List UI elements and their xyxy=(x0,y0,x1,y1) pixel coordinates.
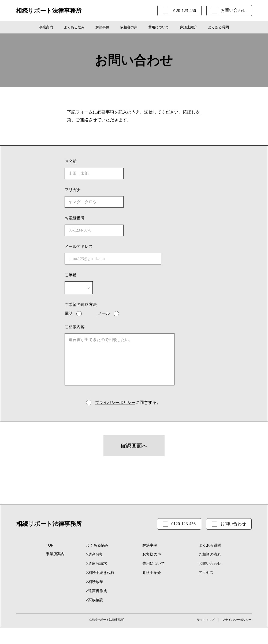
footer-link[interactable]: 費用について xyxy=(142,561,193,566)
textarea-content[interactable] xyxy=(65,333,174,385)
hero: お問い合わせ xyxy=(0,33,268,87)
contact-button[interactable]: お問い合わせ xyxy=(206,5,252,16)
input-tel[interactable] xyxy=(65,225,124,236)
nav-item[interactable]: 解決事例 xyxy=(95,25,109,30)
mail-icon xyxy=(212,8,217,13)
footer-link[interactable]: アクセス xyxy=(199,570,250,575)
page-title: お問い合わせ xyxy=(95,52,173,69)
phone-icon xyxy=(163,521,168,526)
footer-link[interactable]: >相続手続き代行 xyxy=(86,570,137,575)
input-email[interactable] xyxy=(65,253,161,264)
phone-icon xyxy=(163,8,168,13)
footer-link[interactable]: >相続放棄 xyxy=(86,579,137,584)
privacy-suffix: に同意する。 xyxy=(135,400,161,405)
radio-label-tel: 電話 xyxy=(65,311,73,316)
label-contact-method: ご希望の連絡方法 xyxy=(65,302,183,307)
footer-link[interactable]: 事業所案内 xyxy=(46,552,81,556)
header-buttons: 0120-123-456 お問い合わせ xyxy=(157,5,252,16)
mail-icon xyxy=(212,521,217,526)
privacy-text: プライバシーポリシーに同意する。 xyxy=(95,400,161,406)
nav-item[interactable]: 弁護士紹介 xyxy=(180,25,197,30)
field-contact-method: ご希望の連絡方法 電話 メール xyxy=(65,302,183,316)
footer-link[interactable]: >家族信託 xyxy=(86,598,137,603)
privacy-checkbox[interactable] xyxy=(86,400,91,405)
footer: 相続サポート法律事務所 0120-123-456 お問い合わせ TOP 事業所案… xyxy=(0,505,268,627)
sitemap-link[interactable]: サイトマップ xyxy=(197,618,214,622)
footer-contact-button[interactable]: お問い合わせ xyxy=(206,518,252,530)
privacy-row: プライバシーポリシーに同意する。 xyxy=(65,400,183,406)
select-age[interactable] xyxy=(65,281,93,294)
footer-divider xyxy=(16,613,252,613)
label-name: お名前 xyxy=(65,159,183,164)
field-furigana: フリガナ xyxy=(65,187,183,208)
radio-mail[interactable] xyxy=(114,311,119,316)
footer-link[interactable]: TOP xyxy=(46,543,81,547)
label-content: ご相談内容 xyxy=(65,324,183,329)
nav-item[interactable]: 事業案内 xyxy=(39,25,53,30)
footer-phone-number: 0120-123-456 xyxy=(171,521,196,526)
site-logo[interactable]: 相続サポート法律事務所 xyxy=(16,7,82,15)
footer-link[interactable]: よくある質問 xyxy=(199,543,250,548)
contact-label: お問い合わせ xyxy=(221,8,246,13)
input-name[interactable] xyxy=(65,168,124,179)
intro-text: 下記フォームに必要事項を記入のうえ、送信してください。確認し次第、ご連絡させてい… xyxy=(67,108,201,124)
footer-link[interactable]: お問い合わせ xyxy=(199,561,250,566)
footer-link[interactable]: 解決事例 xyxy=(142,543,193,548)
phone-number: 0120-123-456 xyxy=(172,8,196,13)
radio-tel[interactable] xyxy=(76,311,82,316)
copyright: ©相続サポート法律事務所 xyxy=(89,618,124,622)
field-tel: お電話番号 xyxy=(65,216,183,236)
main-nav: 事業案内 よくある悩み 解決事例 依頼者の声 費用について 弁護士紹介 よくある… xyxy=(0,21,268,33)
footer-logo[interactable]: 相続サポート法律事務所 xyxy=(16,520,82,528)
label-email: メールアドレス xyxy=(65,244,183,249)
field-content: ご相談内容 xyxy=(65,324,183,387)
header: 相続サポート法律事務所 0120-123-456 お問い合わせ xyxy=(0,0,268,21)
privacy-policy-link[interactable]: プライバシーポリシー xyxy=(222,618,252,622)
radio-label-mail: メール xyxy=(98,311,110,316)
footer-link[interactable]: お客様の声 xyxy=(142,552,193,557)
nav-item[interactable]: 費用について xyxy=(148,25,169,30)
field-name: お名前 xyxy=(65,159,183,179)
footer-link[interactable]: >遺産分割 xyxy=(86,552,137,557)
field-email: メールアドレス xyxy=(65,244,183,264)
footer-link[interactable]: 弁護士紹介 xyxy=(142,570,193,575)
nav-item[interactable]: 依頼者の声 xyxy=(120,25,137,30)
footer-link[interactable]: ご相談の流れ xyxy=(199,552,250,557)
phone-button[interactable]: 0120-123-456 xyxy=(157,5,202,16)
footer-link[interactable]: >遺留分請求 xyxy=(86,561,137,566)
contact-form: お名前 フリガナ お電話番号 メールアドレス ご年齢 ご希望の連絡方法 電話 xyxy=(0,145,268,422)
label-furigana: フリガナ xyxy=(65,187,183,192)
privacy-link[interactable]: プライバシーポリシー xyxy=(95,400,135,405)
footer-link[interactable]: >遺言書作成 xyxy=(86,589,137,593)
label-age: ご年齢 xyxy=(65,272,183,278)
divider xyxy=(218,618,218,622)
input-furigana[interactable] xyxy=(65,196,124,208)
footer-link[interactable]: よくある悩み xyxy=(86,543,137,548)
footer-phone-button[interactable]: 0120-123-456 xyxy=(157,518,201,530)
label-tel: お電話番号 xyxy=(65,216,183,221)
field-age: ご年齢 xyxy=(65,272,183,294)
footer-nav: TOP 事業所案内 よくある悩み >遺産分割 >遺留分請求 >相続手続き代行 >… xyxy=(16,543,252,603)
footer-contact-label: お問い合わせ xyxy=(220,521,246,527)
submit-button[interactable]: 確認画面へ xyxy=(103,435,165,456)
nav-item[interactable]: よくある悩み xyxy=(64,25,85,30)
nav-item[interactable]: よくある質問 xyxy=(208,25,229,30)
